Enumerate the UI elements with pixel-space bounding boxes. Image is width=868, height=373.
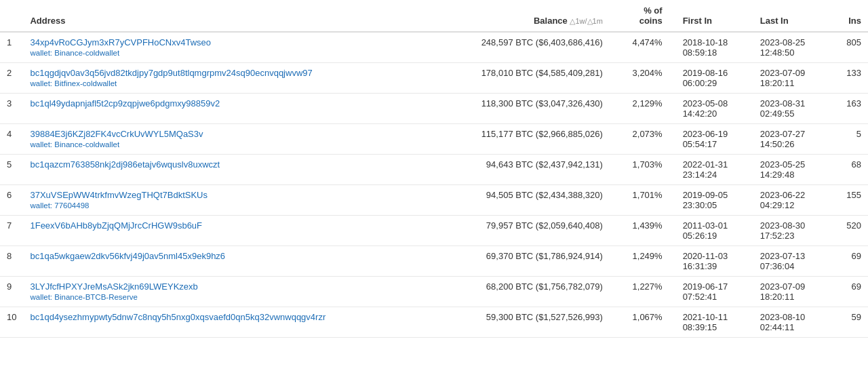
table-row: 439884E3j6KZj82FK4vcCrkUvWYL5MQaS3vwalle… [0,124,868,155]
address-cell: bc1qazcm763858nkj2dj986etajv6wquslv8uxwc… [23,155,431,185]
address-link[interactable]: 3LYJfcfHPXYJreMsASk2jkn69LWEYKzexb [30,281,424,292]
first-in-cell: 2022-01-3123:14:24 [676,155,753,185]
first-in-cell: 2020-11-0316:31:39 [676,246,753,277]
last-in-cell: 2023-07-2714:50:26 [753,124,831,155]
col-ins: Ins [831,0,868,32]
first-in-cell: 2019-06-1707:52:41 [676,277,753,307]
ins-cell: 5 [831,124,868,155]
balance-cell: 94,505 BTC ($2,434,388,320) [431,185,610,216]
table-row: 93LYJfcfHPXYJreMsASk2jkn69LWEYKzexbwalle… [0,277,868,307]
last-in-cell: 2023-07-0918:20:11 [753,63,831,94]
balance-cell: 79,957 BTC ($2,059,640,408) [431,216,610,246]
ins-cell: 68 [831,155,868,185]
balance-cell: 59,300 BTC ($1,527,526,993) [431,307,610,338]
table-row: 8bc1qa5wkgaew2dkv56kfvj49j0av5nml45x9ek9… [0,246,868,277]
last-in-cell: 2023-08-1002:44:11 [753,307,831,338]
percent-cell: 1,067% [610,307,676,338]
balance-cell: 248,597 BTC ($6,403,686,416) [431,32,610,63]
first-in-cell: 2018-10-1808:59:18 [676,32,753,63]
table-row: 637XuVSEpWW4trkfmvWzegTHQt7BdktSKUswalle… [0,185,868,216]
ins-cell: 155 [831,185,868,216]
ins-cell: 805 [831,32,868,63]
address-cell: 1FeexV6bAHb8ybZjqQMjJrcCrHGW9sb6uF [23,216,431,246]
address-link[interactable]: bc1ql49ydapnjafl5t2cp9zqpjwe6pdgmxy98859… [30,98,424,109]
row-number: 9 [0,277,23,307]
last-in-cell: 2023-08-3017:52:23 [753,216,831,246]
row-number: 4 [0,124,23,155]
address-cell: bc1ql49ydapnjafl5t2cp9zqpjwe6pdgmxy98859… [23,94,431,124]
col-balance: Balance △1w/△1m [431,0,610,32]
row-number: 1 [0,32,23,63]
address-cell: bc1qgdjqv0av3q56jvd82tkdjpy7gdp9ut8tlqmg… [23,63,431,94]
address-cell: bc1qa5wkgaew2dkv56kfvj49j0av5nml45x9ek9h… [23,246,431,277]
ins-cell: 133 [831,63,868,94]
row-number: 5 [0,155,23,185]
col-address: Address [23,0,431,32]
balance-cell: 69,370 BTC ($1,786,924,914) [431,246,610,277]
row-number: 2 [0,63,23,94]
first-in-cell: 2019-09-0523:30:05 [676,185,753,216]
last-in-cell: 2023-08-2512:48:50 [753,32,831,63]
address-link[interactable]: 39884E3j6KZj82FK4vcCrkUvWYL5MQaS3v [30,129,424,139]
percent-cell: 1,439% [610,216,676,246]
table-row: 2bc1qgdjqv0av3q56jvd82tkdjpy7gdp9ut8tlqm… [0,63,868,94]
ins-cell: 69 [831,277,868,307]
first-in-cell: 2019-08-1606:00:29 [676,63,753,94]
last-in-cell: 2023-07-1307:36:04 [753,246,831,277]
address-link[interactable]: 34xp4vRoCGJym3xR7yCVPFHoCNxv4Twseo [30,37,424,47]
address-link[interactable]: 37XuVSEpWW4trkfmvWzegTHQt7BdktSKUs [30,190,424,200]
col-last-in: Last In [753,0,831,32]
first-in-cell: 2021-10-1108:39:15 [676,307,753,338]
balance-cell: 118,300 BTC ($3,047,326,430) [431,94,610,124]
balance-cell: 178,010 BTC ($4,585,409,281) [431,63,610,94]
ins-cell: 69 [831,246,868,277]
row-number: 3 [0,94,23,124]
richlist-table: Address Balance △1w/△1m % ofcoins First … [0,0,868,338]
address-cell: 37XuVSEpWW4trkfmvWzegTHQt7BdktSKUswallet… [23,185,431,216]
col-first-in: First In [676,0,753,32]
address-cell: 34xp4vRoCGJym3xR7yCVPFHoCNxv4Twseowallet… [23,32,431,63]
percent-cell: 1,703% [610,155,676,185]
ins-cell: 520 [831,216,868,246]
address-cell: bc1qd4ysezhmypwty5dnw7c8nqy5h5nxg0xqsvae… [23,307,431,338]
address-link[interactable]: bc1qa5wkgaew2dkv56kfvj49j0av5nml45x9ek9h… [30,251,424,261]
percent-cell: 3,204% [610,63,676,94]
row-number: 8 [0,246,23,277]
col-percent: % ofcoins [610,0,676,32]
address-cell: 3LYJfcfHPXYJreMsASk2jkn69LWEYKzexbwallet… [23,277,431,307]
row-number: 6 [0,185,23,216]
percent-cell: 1,227% [610,277,676,307]
table-row: 10bc1qd4ysezhmypwty5dnw7c8nqy5h5nxg0xqsv… [0,307,868,338]
last-in-cell: 2023-06-2204:29:12 [753,185,831,216]
address-link[interactable]: bc1qd4ysezhmypwty5dnw7c8nqy5h5nxg0xqsvae… [30,312,424,322]
percent-cell: 1,701% [610,185,676,216]
first-in-cell: 2023-05-0814:42:20 [676,94,753,124]
balance-cell: 115,177 BTC ($2,966,885,026) [431,124,610,155]
table-row: 134xp4vRoCGJym3xR7yCVPFHoCNxv4Twseowalle… [0,32,868,63]
wallet-label: wallet: Binance-coldwallet [30,49,119,57]
balance-cell: 68,200 BTC ($1,756,782,079) [431,277,610,307]
first-in-cell: 2011-03-0105:26:19 [676,216,753,246]
ins-cell: 163 [831,94,868,124]
balance-cell: 94,643 BTC ($2,437,942,131) [431,155,610,185]
address-link[interactable]: 1FeexV6bAHb8ybZjqQMjJrcCrHGW9sb6uF [30,220,424,231]
percent-cell: 1,249% [610,246,676,277]
row-number: 10 [0,307,23,338]
row-number: 7 [0,216,23,246]
percent-cell: 2,129% [610,94,676,124]
percent-cell: 4,474% [610,32,676,63]
last-in-cell: 2023-05-2514:29:48 [753,155,831,185]
table-row: 71FeexV6bAHb8ybZjqQMjJrcCrHGW9sb6uF79,95… [0,216,868,246]
last-in-cell: 2023-07-0918:20:11 [753,277,831,307]
first-in-cell: 2023-06-1905:54:17 [676,124,753,155]
percent-cell: 2,073% [610,124,676,155]
wallet-label: wallet: Binance-BTCB-Reserve [30,293,138,301]
wallet-label: wallet: Bitfinex-coldwallet [30,79,117,87]
address-link[interactable]: bc1qgdjqv0av3q56jvd82tkdjpy7gdp9ut8tlqmg… [30,68,424,78]
table-row: 5bc1qazcm763858nkj2dj986etajv6wquslv8uxw… [0,155,868,185]
wallet-label: wallet: Binance-coldwallet [30,140,119,149]
wallet-label: wallet: 77604498 [30,201,89,210]
ins-cell: 59 [831,307,868,338]
last-in-cell: 2023-08-3102:49:55 [753,94,831,124]
address-link[interactable]: bc1qazcm763858nkj2dj986etajv6wquslv8uxwc… [30,159,424,170]
